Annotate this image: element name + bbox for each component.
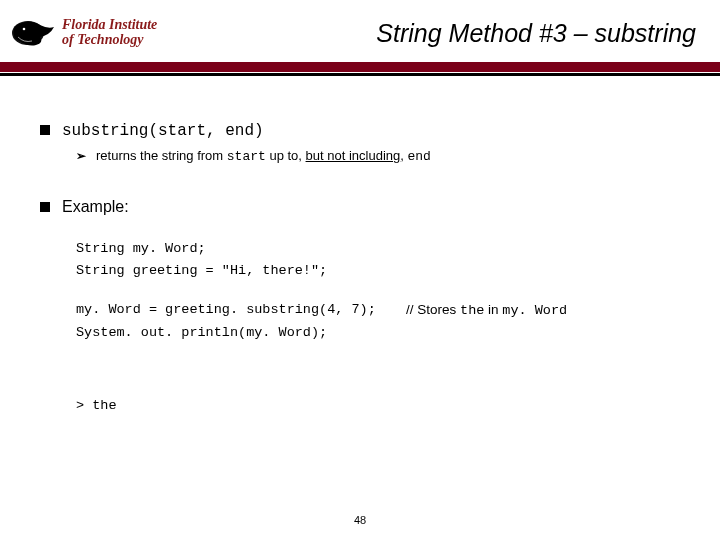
panther-icon bbox=[10, 15, 58, 51]
code-line-4: System. out. println(my. Word); bbox=[76, 322, 680, 344]
page-number: 48 bbox=[0, 514, 720, 526]
square-bullet-icon bbox=[40, 202, 50, 212]
slide-content: substring(start, end) ➢ returns the stri… bbox=[0, 76, 720, 417]
comment-mid: in bbox=[484, 302, 502, 317]
institution-name: Florida Institute of Technology bbox=[62, 18, 157, 47]
example-label: Example: bbox=[62, 198, 129, 216]
code-block: String my. Word; String greeting = "Hi, … bbox=[76, 238, 680, 417]
sub-text-prefix: returns the string from bbox=[96, 148, 227, 163]
slide-header: Florida Institute of Technology String M… bbox=[0, 0, 720, 62]
slide-title: String Method #3 – substring bbox=[157, 19, 702, 48]
sub-text-mid1: up to, bbox=[266, 148, 306, 163]
institution-line2: of Technology bbox=[62, 33, 157, 48]
substring-signature-code: substring(start, end) bbox=[62, 122, 264, 140]
sub-bullet-description: ➢ returns the string from start up to, b… bbox=[76, 148, 680, 164]
institution-logo: Florida Institute of Technology bbox=[10, 15, 157, 51]
comment-prefix: // Stores bbox=[406, 302, 460, 317]
comment-code-myword: my. Word bbox=[502, 303, 567, 318]
code-line-2: String greeting = "Hi, there!"; bbox=[76, 260, 680, 282]
header-rule-thick bbox=[0, 62, 720, 72]
code-line-3: my. Word = greeting. substring(4, 7); //… bbox=[76, 299, 680, 322]
square-bullet-icon bbox=[40, 125, 50, 135]
bullet-example: Example: bbox=[40, 198, 680, 216]
arrow-bullet-icon: ➢ bbox=[76, 149, 86, 163]
code-line-3-statement: my. Word = greeting. substring(4, 7); bbox=[76, 299, 406, 322]
svg-point-1 bbox=[23, 28, 26, 31]
sub-bullet-text: returns the string from start up to, but… bbox=[96, 148, 431, 164]
code-output: > the bbox=[76, 395, 680, 417]
comment-code-the: the bbox=[460, 303, 484, 318]
sub-text-code-end: end bbox=[407, 149, 430, 164]
code-line-1: String my. Word; bbox=[76, 238, 680, 260]
sub-text-code-start: start bbox=[227, 149, 266, 164]
bullet-substring-signature: substring(start, end) bbox=[40, 122, 680, 140]
sub-text-underlined: but not including bbox=[306, 148, 401, 163]
institution-line1: Florida Institute bbox=[62, 18, 157, 33]
code-line-3-comment: // Stores the in my. Word bbox=[406, 299, 567, 322]
